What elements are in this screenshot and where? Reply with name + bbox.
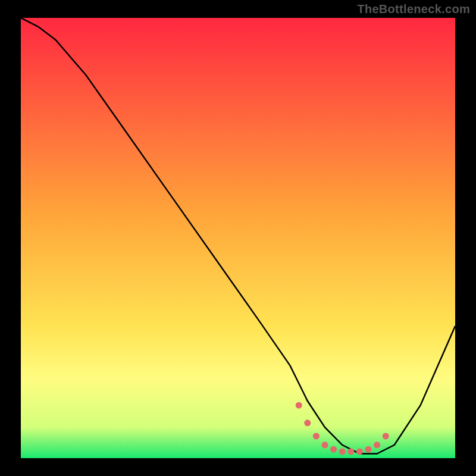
marker-dot [383, 433, 389, 440]
marker-dot [374, 441, 380, 448]
marker-dot [322, 441, 328, 448]
marker-dot [339, 448, 346, 455]
marker-dot [347, 448, 354, 455]
marker-dot [304, 419, 311, 426]
marker-dot [313, 433, 320, 440]
marker-dot [365, 446, 372, 453]
marker-dot [330, 446, 337, 453]
marker-dot [296, 402, 302, 409]
chart-container: TheBottleneck.com [0, 0, 476, 476]
chart-svg [21, 18, 455, 458]
plot-area [21, 18, 455, 458]
watermark-text: TheBottleneck.com [357, 2, 470, 16]
gradient-background [21, 18, 455, 458]
marker-dot [356, 448, 363, 455]
